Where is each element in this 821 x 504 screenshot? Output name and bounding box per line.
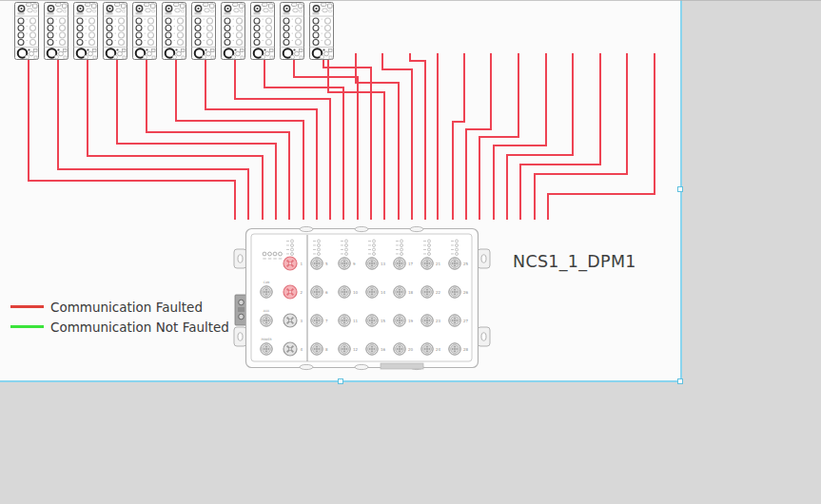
io-device-module[interactable] xyxy=(192,3,216,60)
application-window: CANAUXPOWER12345678910111213141516171819… xyxy=(0,0,821,504)
legend-not-faulted-label: Communication Not Faulted xyxy=(50,320,229,335)
legend: Communication Faulted Communication Not … xyxy=(10,297,229,337)
dpm-name-label: NCS1_1_DPM1 xyxy=(513,252,636,271)
svg-text:11: 11 xyxy=(353,319,359,323)
svg-text:16: 16 xyxy=(381,347,386,352)
diagram-canvas[interactable]: CANAUXPOWER12345678910111213141516171819… xyxy=(0,0,682,382)
window-top-edge xyxy=(0,0,821,1)
legend-item-faulted: Communication Faulted xyxy=(10,297,229,317)
legend-faulted-line xyxy=(10,305,44,308)
selection-handle-bottom[interactable] xyxy=(338,378,343,384)
svg-text:25: 25 xyxy=(463,262,469,266)
svg-text:20: 20 xyxy=(408,347,414,352)
legend-not-faulted-line xyxy=(10,325,44,328)
io-device-module[interactable] xyxy=(310,3,334,60)
svg-text:21: 21 xyxy=(436,262,441,266)
devices-layer[interactable] xyxy=(15,3,334,60)
svg-text:23: 23 xyxy=(436,319,441,323)
svg-text:15: 15 xyxy=(381,319,386,323)
svg-text:AUX: AUX xyxy=(264,309,269,313)
svg-text:12: 12 xyxy=(353,347,359,352)
io-device-module[interactable] xyxy=(222,3,245,60)
selection-handle-bottom-right[interactable] xyxy=(677,378,683,384)
svg-text:13: 13 xyxy=(381,262,386,266)
svg-text:10: 10 xyxy=(353,290,359,295)
io-device-module[interactable] xyxy=(251,3,275,60)
legend-faulted-label: Communication Faulted xyxy=(50,300,203,315)
svg-text:POWER: POWER xyxy=(261,338,271,341)
wires-layer xyxy=(29,53,655,220)
io-device-module[interactable] xyxy=(133,3,157,60)
dpm-device[interactable]: CANAUXPOWER12345678910111213141516171819… xyxy=(234,226,490,369)
svg-text:14: 14 xyxy=(381,290,386,295)
svg-text:22: 22 xyxy=(436,290,441,295)
svg-text:CAN: CAN xyxy=(264,281,269,284)
svg-text:26: 26 xyxy=(463,290,469,295)
svg-text:27: 27 xyxy=(463,319,469,323)
io-device-module[interactable] xyxy=(15,3,39,60)
svg-text:24: 24 xyxy=(436,347,441,352)
svg-text:28: 28 xyxy=(463,347,469,352)
svg-text:18: 18 xyxy=(408,290,414,295)
io-device-module[interactable] xyxy=(74,3,98,60)
io-device-module[interactable] xyxy=(281,3,304,60)
io-device-module[interactable] xyxy=(163,3,186,60)
legend-item-not-faulted: Communication Not Faulted xyxy=(10,317,229,337)
svg-text:17: 17 xyxy=(408,262,414,266)
io-device-module[interactable] xyxy=(104,3,127,60)
svg-text:19: 19 xyxy=(408,319,414,323)
io-device-module[interactable] xyxy=(45,3,68,60)
selection-handle-right[interactable] xyxy=(677,186,683,192)
